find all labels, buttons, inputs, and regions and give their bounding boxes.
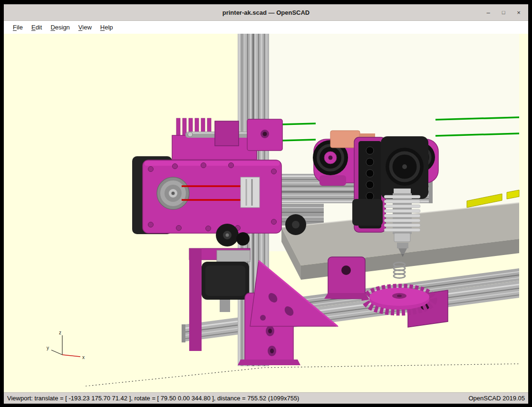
menu-design[interactable]: Design — [46, 22, 74, 32]
statusbar: Viewport: translate = [ -193.23 175.70 7… — [4, 392, 528, 404]
menubar: File Edit Design View Help — [4, 21, 528, 34]
x-axis-label: x — [82, 355, 85, 360]
minimize-button[interactable]: – — [484, 9, 492, 16]
menu-view[interactable]: View — [74, 22, 96, 32]
close-button[interactable]: × — [515, 9, 522, 16]
menu-help[interactable]: Help — [96, 22, 117, 32]
x-motor-plate-assembly — [132, 156, 281, 246]
heater-block — [397, 243, 408, 248]
3d-scene: z y x — [4, 34, 528, 392]
belt-clamp — [241, 177, 260, 208]
belt-pulley — [157, 177, 189, 209]
rail-bracket — [324, 257, 369, 299]
titlebar[interactable]: printer-ak.scad — OpenSCAD – □ × — [4, 4, 528, 21]
version-label: OpenSCAD 2019.05 — [468, 395, 525, 402]
y-axis-label: y — [47, 345, 49, 350]
window-title: printer-ak.scad — OpenSCAD — [4, 9, 528, 16]
z-axis-label: z — [59, 330, 61, 335]
window-controls: – □ × — [484, 4, 522, 20]
menu-file[interactable]: File — [9, 22, 27, 32]
openscad-window: printer-ak.scad — OpenSCAD – □ × File Ed… — [4, 4, 528, 403]
menu-edit[interactable]: Edit — [27, 22, 46, 32]
viewport-status-text: Viewport: translate = [ -193.23 175.70 7… — [7, 395, 299, 402]
fan-duct — [352, 199, 383, 226]
3d-viewport[interactable]: z y x — [4, 34, 528, 392]
bed-corner-roller — [285, 214, 306, 235]
maximize-button[interactable]: □ — [500, 10, 507, 15]
